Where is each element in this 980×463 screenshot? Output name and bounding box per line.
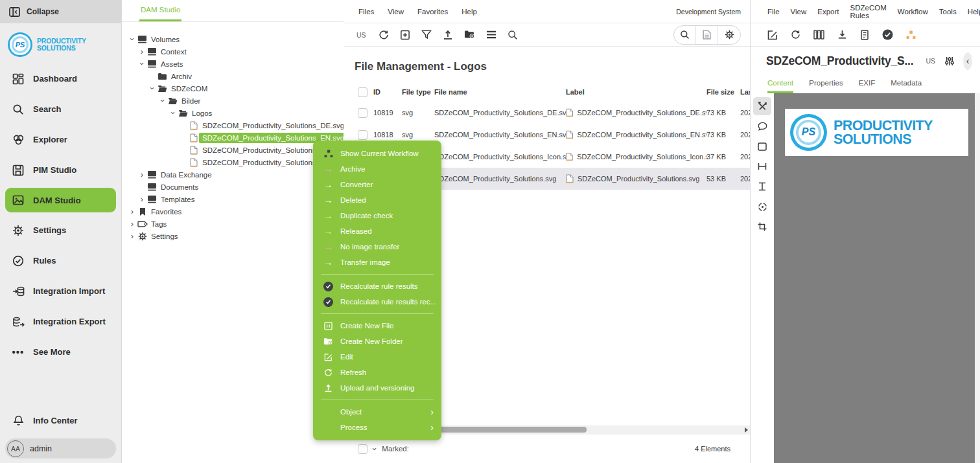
download-icon[interactable] — [837, 30, 847, 40]
sidebar-item-explorer[interactable]: Explorer — [0, 124, 121, 155]
tree-node-file-en[interactable]: › SDZeCOM_Productivity_Solutions_EN.svg — [122, 131, 344, 144]
measure-horizontal-icon[interactable] — [753, 157, 771, 175]
tree-node-volumes[interactable]: › Volumes — [122, 33, 344, 45]
menu-item-edit[interactable]: Edit — [313, 349, 441, 365]
column-header-file-type[interactable]: File type — [402, 88, 434, 96]
locale-label[interactable]: US — [356, 31, 366, 39]
menu-item-recalculate-rule-results-rec[interactable]: Recalculate rule results rec... — [313, 294, 441, 310]
tree-node-settings[interactable]: › Settings — [122, 230, 344, 242]
sidebar-item-see-more[interactable]: ••• See More — [0, 337, 121, 367]
tab-properties[interactable]: Properties — [809, 75, 843, 93]
menu-item-archive[interactable]: → Archive — [313, 161, 441, 177]
tab-metadata[interactable]: Metadata — [891, 75, 922, 93]
menu-export[interactable]: Export — [817, 8, 839, 16]
new-folder-icon[interactable] — [464, 30, 475, 40]
tools-icon[interactable] — [753, 97, 771, 115]
chevron-right-icon[interactable]: › — [137, 47, 146, 56]
locale-label[interactable]: US — [926, 57, 935, 65]
menu-item-duplicate-check[interactable]: → Duplicate check — [313, 208, 441, 223]
tab-content[interactable]: Content — [767, 75, 793, 93]
sidebar-item-integration-import[interactable]: Integration Import — [0, 276, 121, 306]
menu-item-refresh[interactable]: Refresh — [313, 365, 441, 380]
menu-item-deleted[interactable]: → Deleted — [313, 192, 441, 208]
sidebar-item-dashboard[interactable]: Dashboard — [0, 63, 121, 94]
table-row[interactable]: 10819 svg SDZeCOM_Productivity_Solutions… — [344, 102, 750, 124]
chevron-right-icon[interactable]: › — [137, 170, 146, 179]
tree-node-bilder[interactable]: › Bilder — [122, 95, 344, 107]
menu-help[interactable]: Help — [968, 8, 980, 16]
sidebar-item-pim-studio[interactable]: PIM Studio — [0, 155, 121, 185]
sidebar-item-info-center[interactable]: Info Center — [0, 405, 121, 436]
menu-item-recalculate-rule-results[interactable]: Recalculate rule results — [313, 278, 441, 294]
sidebar-item-integration-export[interactable]: Integration Export — [0, 306, 121, 337]
refresh-icon[interactable] — [379, 30, 389, 40]
tree-node-tags[interactable]: › Tags — [122, 218, 344, 230]
menu-item-released[interactable]: → Released — [313, 223, 441, 239]
column-header-id[interactable]: ID — [373, 88, 402, 96]
filter-icon[interactable] — [421, 30, 432, 40]
menu-item-create-new-file[interactable]: Create New File — [313, 318, 441, 333]
tab-dam-studio[interactable]: DAM Studio — [139, 0, 181, 21]
menu-sdzecom-rules[interactable]: SDZeCOM Rules — [850, 4, 887, 19]
tab-exif[interactable]: EXIF — [859, 75, 876, 93]
menu-item-show-current-workflow[interactable]: Show Current Workflow — [313, 146, 441, 161]
chevron-down-icon[interactable]: › — [370, 447, 380, 450]
user-menu[interactable]: AA admin — [5, 438, 116, 458]
column-header-file-name[interactable]: File name — [434, 88, 566, 96]
sidebar-item-rules[interactable]: Rules — [0, 245, 121, 276]
menu-file[interactable]: File — [767, 8, 780, 16]
menu-workflow[interactable]: Workflow — [898, 8, 928, 16]
measure-vertical-icon[interactable] — [753, 177, 771, 196]
tree-node-logos[interactable]: › Logos — [122, 107, 344, 119]
menu-item-create-new-folder[interactable]: Create New Folder — [313, 333, 441, 349]
workflow-status-icon[interactable] — [906, 30, 916, 40]
scroll-right-arrow[interactable] — [745, 427, 748, 433]
menu-view[interactable]: View — [388, 8, 404, 16]
chevron-right-icon[interactable]: › — [128, 232, 137, 240]
column-header-file-size[interactable]: File size — [706, 88, 740, 96]
tree-node-assets[interactable]: › Assets — [122, 58, 344, 70]
tree-node-file-de[interactable]: › SDZeCOM_Productivity_Solutions_DE.svg — [122, 119, 344, 131]
collapse-panel-button[interactable]: ‹ — [963, 52, 972, 70]
chevron-down-icon[interactable]: › — [138, 60, 146, 69]
target-icon[interactable] — [753, 198, 771, 216]
menu-item-no-image-transfer[interactable]: → No image transfer — [313, 239, 441, 254]
menu-tools[interactable]: Tools — [939, 8, 957, 16]
select-all-checkbox[interactable] — [358, 87, 368, 97]
tree-node-sdzecom[interactable]: › SDZeCOM — [122, 82, 344, 95]
edit-icon[interactable] — [767, 30, 778, 40]
tree-node-archiv[interactable]: › Archiv — [122, 70, 344, 82]
tree-node-documents[interactable]: › Documents — [122, 181, 344, 193]
tree-node-context[interactable]: › Context — [122, 45, 344, 58]
sidebar-item-dam-studio[interactable]: DAM Studio — [5, 188, 116, 212]
tree-node-data-exchange[interactable]: › Data Exchange — [122, 168, 344, 181]
menu-item-object[interactable]: Object › — [313, 404, 441, 420]
menu-item-process[interactable]: Process › — [313, 420, 441, 435]
chevron-down-icon[interactable]: › — [148, 84, 157, 93]
menu-list-icon[interactable] — [486, 30, 496, 39]
new-file-icon[interactable] — [400, 30, 410, 40]
sidebar-item-search[interactable]: Search — [0, 94, 121, 124]
menu-item-transfer-image[interactable]: → Transfer image — [313, 254, 441, 270]
menu-item-upload-and-versioning[interactable]: Upload and versioning — [313, 380, 441, 396]
rectangle-icon[interactable] — [753, 137, 771, 155]
collapse-button[interactable]: Collapse — [0, 0, 121, 23]
tree-node-file-main[interactable]: › SDZeCOM_Productivity_Solutions.svg — [122, 156, 344, 168]
sidebar-item-settings[interactable]: Settings — [0, 215, 121, 245]
crop-icon[interactable] — [753, 218, 771, 236]
chevron-down-icon[interactable]: › — [128, 35, 137, 44]
tree-node-templates[interactable]: › Templates — [122, 193, 344, 205]
versions-icon[interactable] — [813, 30, 824, 40]
row-checkbox[interactable] — [358, 130, 368, 140]
comment-icon[interactable] — [753, 117, 771, 135]
marked-checkbox[interactable] — [358, 444, 368, 454]
check-circle-icon[interactable] — [882, 29, 893, 40]
document-view-icon[interactable] — [696, 26, 718, 44]
chevron-right-icon[interactable]: › — [137, 195, 146, 203]
vertical-scrollbar[interactable] — [975, 93, 980, 463]
document-icon[interactable] — [860, 30, 869, 40]
chevron-right-icon[interactable]: › — [128, 207, 137, 216]
sliders-icon[interactable] — [944, 56, 955, 67]
chevron-down-icon[interactable]: › — [159, 96, 167, 106]
chevron-right-icon[interactable]: › — [128, 220, 137, 228]
